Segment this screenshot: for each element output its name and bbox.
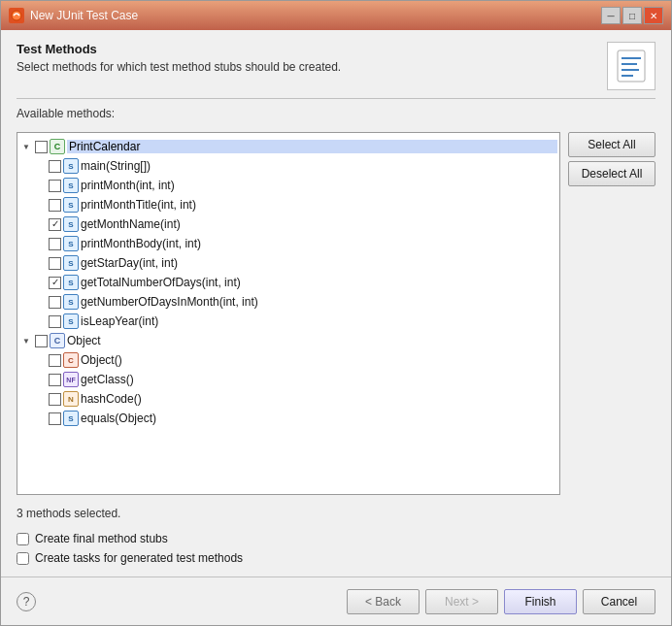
label-objectconstructor: Object() — [81, 353, 557, 367]
tree-node-main[interactable]: S main(String[]) — [19, 156, 557, 176]
label-getstarday: getStarDay(int, int) — [81, 256, 557, 270]
method-icon-printmonthbody: S — [63, 236, 79, 251]
tree-node-getclass[interactable]: NF getClass() — [19, 370, 557, 389]
methods-tree[interactable]: ▼ C PrintCalendar S main(String[]) — [17, 132, 560, 495]
label-getnumberofdaysinmonth: getNumberOfDaysInMonth(int, int) — [81, 295, 557, 309]
class-icon-object: C — [50, 333, 65, 348]
tree-node-hashcode[interactable]: N hashCode() — [19, 389, 557, 409]
checkbox-printmonthtitle[interactable] — [49, 199, 61, 212]
next-button[interactable]: Next > — [425, 589, 498, 614]
tree-node-printcalendar[interactable]: ▼ C PrintCalendar — [19, 137, 557, 156]
create-tasks-checkbox[interactable] — [17, 552, 29, 565]
checkbox-main[interactable] — [49, 160, 61, 173]
tree-node-printmonthtitle[interactable]: S printMonthTitle(int, int) — [19, 195, 557, 214]
tree-node-getmonthname[interactable]: S getMonthName(int) — [19, 214, 557, 234]
checkbox-equals[interactable] — [49, 412, 61, 425]
method-icon-equals: S — [63, 411, 79, 426]
side-buttons: Select All Deselect All — [568, 132, 655, 495]
select-all-button[interactable]: Select All — [568, 132, 655, 157]
bottom-left: ? — [17, 592, 36, 611]
checkboxes-section: Create final method stubs Create tasks f… — [17, 532, 655, 565]
minimize-button[interactable]: ─ — [601, 7, 621, 24]
tree-group-object: ▼ C Object C Object() — [19, 331, 557, 428]
expand-object[interactable]: ▼ — [19, 334, 33, 347]
create-final-checkbox[interactable] — [17, 533, 29, 545]
method-icon-main: S — [63, 158, 79, 174]
method-icon-getclass: NF — [63, 372, 79, 387]
maximize-button[interactable]: □ — [622, 7, 642, 24]
label-hashcode: hashCode() — [81, 392, 557, 406]
label-main: main(String[]) — [81, 159, 557, 173]
checkbox-getnumberofdaysinmonth[interactable] — [49, 296, 61, 309]
checkbox-gettotalnumber[interactable] — [49, 277, 61, 289]
title-bar-left: New JUnit Test Case — [9, 8, 138, 23]
method-icon-isleapyear: S — [63, 313, 79, 329]
label-object-group: Object — [67, 334, 557, 347]
class-icon-printcalendar: C — [50, 139, 65, 154]
method-icon-gettotalnumber: S — [63, 275, 79, 290]
tree-node-object-group[interactable]: ▼ C Object — [19, 331, 557, 350]
window-title: New JUnit Test Case — [30, 9, 138, 22]
checkbox-getclass[interactable] — [49, 374, 61, 386]
tree-node-getstarday[interactable]: S getStarDay(int, int) — [19, 253, 557, 273]
method-icon-hashcode: N — [63, 391, 79, 407]
label-gettotalnumber: getTotalNumberOfDays(int, int) — [81, 276, 557, 289]
create-tasks-row: Create tasks for generated test methods — [17, 551, 655, 565]
header-section: Test Methods Select methods for which te… — [17, 42, 655, 99]
content-area: Test Methods Select methods for which te… — [1, 30, 671, 577]
tree-content: ▼ C PrintCalendar S main(String[]) — [17, 133, 559, 432]
methods-area: ▼ C PrintCalendar S main(String[]) — [17, 132, 655, 495]
label-getclass: getClass() — [81, 373, 557, 386]
label-printmonth: printMonth(int, int) — [81, 179, 557, 192]
tree-node-printmonthbody[interactable]: S printMonthBody(int, int) — [19, 234, 557, 253]
label-printmonthbody: printMonthBody(int, int) — [81, 237, 557, 250]
title-bar: New JUnit Test Case ─ □ ✕ — [1, 1, 671, 30]
finish-button[interactable]: Finish — [504, 589, 577, 614]
checkbox-getmonthname[interactable] — [49, 218, 61, 231]
checkbox-printmonthbody[interactable] — [49, 238, 61, 250]
tree-node-gettotalnumber[interactable]: S getTotalNumberOfDays(int, int) — [19, 273, 557, 292]
tree-node-isleapyear[interactable]: S isLeapYear(int) — [19, 312, 557, 331]
method-icon-objectconstructor: C — [63, 352, 79, 368]
cancel-button[interactable]: Cancel — [583, 589, 655, 614]
help-button[interactable]: ? — [17, 592, 36, 611]
header-icon — [607, 42, 655, 90]
section-title: Test Methods — [17, 42, 597, 56]
status-text: 3 methods selected. — [17, 507, 655, 520]
section-description: Select methods for which test method stu… — [17, 60, 597, 74]
checkbox-hashcode[interactable] — [49, 393, 61, 406]
create-final-row: Create final method stubs — [17, 532, 655, 545]
checkbox-object-group[interactable] — [35, 335, 48, 347]
label-printmonthtitle: printMonthTitle(int, int) — [81, 198, 557, 212]
method-icon-printmonthtitle: S — [63, 197, 79, 213]
method-icon-printmonth: S — [63, 178, 79, 193]
checkbox-getstarday[interactable] — [49, 257, 61, 270]
method-icon-getmonthname: S — [63, 216, 79, 232]
label-printcalendar: PrintCalendar — [67, 140, 557, 153]
svg-point-0 — [12, 11, 21, 20]
method-icon-getnumberofdaysinmonth: S — [63, 294, 79, 310]
back-button[interactable]: < Back — [347, 589, 420, 614]
method-icon-getstarday: S — [63, 255, 79, 271]
checkbox-objectconstructor[interactable] — [49, 354, 61, 367]
create-tasks-label[interactable]: Create tasks for generated test methods — [35, 551, 243, 565]
checkbox-printmonth[interactable] — [49, 180, 61, 192]
bottom-bar: ? < Back Next > Finish Cancel — [1, 577, 671, 625]
label-isleapyear: isLeapYear(int) — [81, 314, 557, 328]
checkbox-printcalendar[interactable] — [35, 141, 48, 153]
tree-node-printmonth[interactable]: S printMonth(int, int) — [19, 176, 557, 195]
close-button[interactable]: ✕ — [644, 7, 663, 24]
svg-rect-1 — [618, 50, 645, 82]
checkbox-isleapyear[interactable] — [49, 315, 61, 328]
create-final-label[interactable]: Create final method stubs — [35, 532, 168, 545]
window: New JUnit Test Case ─ □ ✕ Test Methods S… — [0, 0, 672, 626]
tree-node-getnumberofdaysinmonth[interactable]: S getNumberOfDaysInMonth(int, int) — [19, 292, 557, 312]
label-getmonthname: getMonthName(int) — [81, 217, 557, 231]
expand-printcalendar[interactable]: ▼ — [19, 140, 33, 153]
label-equals: equals(Object) — [81, 412, 557, 425]
tree-node-objectconstructor[interactable]: C Object() — [19, 350, 557, 370]
header-text: Test Methods Select methods for which te… — [17, 42, 597, 74]
available-methods-label: Available methods: — [17, 107, 655, 120]
deselect-all-button[interactable]: Deselect All — [568, 161, 655, 186]
tree-node-equals[interactable]: S equals(Object) — [19, 409, 557, 428]
